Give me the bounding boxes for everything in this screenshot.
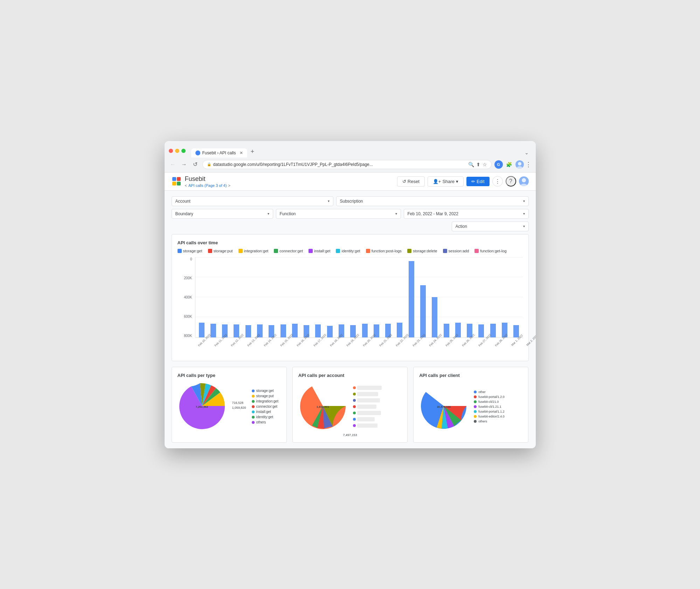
- x-axis-label: Mar 2, 2022: [526, 334, 535, 346]
- account-label-1: [357, 386, 382, 390]
- bar-group: [208, 257, 219, 337]
- pie-legend-item: storage:get: [252, 389, 278, 393]
- legend-color: [443, 249, 447, 253]
- pie-type-value1: 716,528: [232, 401, 246, 405]
- share-button[interactable]: 👤+ Share ▾: [428, 176, 464, 187]
- breadcrumb-link[interactable]: API calls (Page 3 of 4): [188, 183, 227, 188]
- more-vertical-icon: ⋮: [495, 178, 500, 185]
- pie-legend-item: integration:get: [252, 399, 278, 403]
- pie-legend-dot: [252, 390, 255, 392]
- refresh-button[interactable]: ↺: [191, 160, 200, 169]
- minimize-button[interactable]: [175, 149, 179, 153]
- share-icon[interactable]: ⬆: [476, 162, 480, 167]
- g-extension-button[interactable]: G: [494, 160, 503, 169]
- bar: [362, 324, 368, 337]
- subscription-filter[interactable]: Subscription ▾: [336, 196, 529, 206]
- bar-group: [254, 257, 265, 337]
- pie-legend-dot: [474, 400, 477, 403]
- lock-icon: 🔒: [207, 162, 211, 166]
- pie-account-title: API calls per account: [298, 373, 402, 378]
- account-dot-1: [353, 386, 356, 389]
- account-dot-7: [353, 424, 356, 427]
- user-avatar[interactable]: [519, 176, 529, 186]
- traffic-lights: [169, 149, 186, 153]
- blurred-item-3: [353, 398, 382, 402]
- pie-legend-dot: [252, 395, 255, 398]
- legend-color: [274, 249, 278, 253]
- action-filter[interactable]: Action ▾: [452, 222, 529, 231]
- y-axis-label: 400K: [178, 295, 192, 299]
- pie-legend-dot: [474, 391, 477, 393]
- help-button[interactable]: ?: [506, 176, 516, 187]
- bar: [409, 261, 414, 337]
- url-bar[interactable]: 🔒 datastudio.google.com/u/0/reporting/1L…: [202, 160, 492, 169]
- active-tab[interactable]: Fusebit › API calls ✕: [191, 148, 247, 157]
- pie-type-chart: 7,202,963 716,528 1,059,820 storage:gets…: [178, 381, 281, 432]
- browser-chrome: Fusebit › API calls ✕ + ⌄ ← → ↺ 🔒 datast…: [165, 141, 536, 173]
- pie-account-chart: 1,831,901: [298, 381, 402, 432]
- function-caret-icon: ▾: [395, 212, 397, 216]
- account-label-5: [357, 411, 381, 415]
- tab-title: Fusebit › API calls: [202, 150, 236, 155]
- pie-client-svg-container: 10,476,166: [419, 381, 468, 432]
- more-options-button[interactable]: ⋮: [492, 176, 503, 187]
- legend-item: connector:get: [274, 249, 303, 253]
- user-profile-button[interactable]: [515, 160, 524, 169]
- legend-color: [238, 249, 243, 253]
- account-filter-label: Account: [175, 199, 190, 204]
- page-content: Fusebit < API calls (Page 3 of 4) > ↺ Re…: [165, 173, 536, 448]
- function-filter-label: Function: [280, 211, 296, 216]
- bookmark-icon[interactable]: ☆: [483, 162, 487, 167]
- breadcrumb-prev[interactable]: <: [185, 183, 187, 188]
- close-button[interactable]: [169, 149, 173, 153]
- pie-client-center-label: 10,476,166: [437, 405, 451, 408]
- pie-legend-item: storage:put: [252, 394, 278, 398]
- reset-button[interactable]: ↺ Reset: [397, 176, 425, 187]
- pie-legend-item: connector:get: [252, 405, 278, 408]
- time-chart-legend: storage:getstorage:putintegration:getcon…: [178, 249, 523, 253]
- search-icon[interactable]: 🔍: [468, 162, 474, 167]
- legend-color: [407, 249, 411, 253]
- action-filter-label: Action: [456, 224, 467, 229]
- pie-charts-row: API calls per type: [172, 367, 529, 443]
- function-filter[interactable]: Function ▾: [276, 209, 401, 219]
- maximize-button[interactable]: [181, 149, 186, 153]
- edit-button[interactable]: ✏ Edit: [466, 177, 489, 186]
- forward-button[interactable]: →: [180, 160, 188, 169]
- y-axis-label: 600K: [178, 315, 192, 318]
- bar: [199, 323, 205, 337]
- pie-client-chart: 10,476,166 otherfusebit-portal/1.2.0fuse…: [419, 381, 522, 432]
- svg-point-0: [196, 151, 200, 155]
- pie-type-legend: storage:getstorage:putintegration:getcon…: [252, 389, 278, 424]
- bar-group: [499, 257, 510, 337]
- legend-item: storage:delete: [407, 249, 437, 253]
- y-axis-label: 800K: [178, 334, 192, 338]
- legend-color: [366, 249, 370, 253]
- blurred-item-6: [353, 417, 382, 421]
- puzzle-icon[interactable]: 🧩: [504, 160, 514, 169]
- legend-color: [178, 249, 182, 253]
- breadcrumb-next[interactable]: >: [228, 183, 230, 188]
- bar: [245, 325, 251, 337]
- legend-color: [474, 249, 479, 253]
- bar-group: [464, 257, 475, 337]
- pie-legend-item: identity:get: [252, 415, 278, 419]
- boundary-filter[interactable]: Boundary ▾: [172, 209, 273, 219]
- bar: [280, 324, 286, 337]
- address-bar: ← → ↺ 🔒 datastudio.google.com/u/0/report…: [165, 157, 536, 172]
- bar: [315, 324, 321, 337]
- bar-group: [429, 257, 440, 337]
- date-range-filter[interactable]: Feb 10, 2022 - Mar 9, 2022 ▾: [404, 209, 529, 219]
- more-tabs-icon[interactable]: ⌄: [522, 148, 532, 157]
- account-filter[interactable]: Account ▾: [172, 196, 333, 206]
- bar: [513, 325, 519, 337]
- new-tab-button[interactable]: +: [247, 146, 258, 157]
- svg-rect-3: [172, 177, 176, 181]
- back-button[interactable]: ←: [169, 160, 177, 169]
- tab-close-button[interactable]: ✕: [240, 150, 243, 155]
- browser-window: Fusebit › API calls ✕ + ⌄ ← → ↺ 🔒 datast…: [165, 141, 536, 448]
- pie-account-value2: 7,497,153: [298, 433, 402, 437]
- legend-item: session:add: [443, 249, 469, 253]
- browser-menu-button[interactable]: ⋮: [525, 161, 532, 168]
- bar: [478, 324, 484, 337]
